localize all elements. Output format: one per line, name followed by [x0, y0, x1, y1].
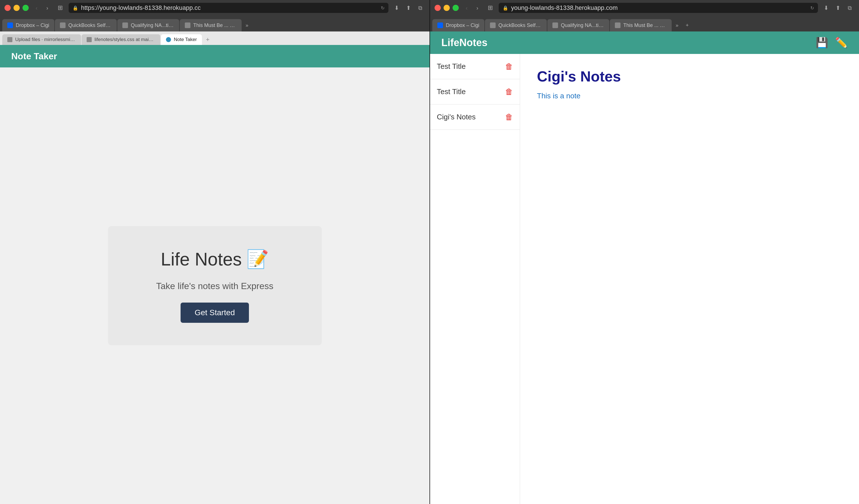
left-subtab-styles[interactable]: lifenotes/styles.css at main · mirr... — [81, 34, 160, 45]
right-back-button[interactable]: ‹ — [462, 3, 471, 12]
left-app-content: Note Taker Life Notes 📝 Take life's note… — [0, 45, 430, 504]
left-tab-quickbooks[interactable]: QuickBooks Self-Employed — [55, 19, 117, 31]
right-app-brand: LifeNotes — [441, 37, 816, 49]
left-tab-dropbox[interactable]: Dropbox – Cigi — [2, 19, 54, 31]
left-tab-favicon-quickbooks — [60, 22, 65, 28]
right-sidebar-toggle[interactable]: ⊞ — [485, 3, 495, 13]
notes-sidebar: Test Title 🗑 Test Title 🗑 Cigi's Notes 🗑 — [430, 54, 520, 504]
left-subtab-label-styles: lifenotes/styles.css at main · mirr... — [94, 37, 155, 43]
right-tab-bar: Dropbox – Cigi QuickBooks Self-Employed … — [430, 16, 859, 31]
note-delete-button-3[interactable]: 🗑 — [505, 112, 513, 122]
left-minimize-button[interactable] — [14, 5, 20, 11]
right-app-content: LifeNotes 💾 ✏️ Test Title 🗑 Test Title 🗑 — [430, 31, 859, 504]
left-url-text: https://young-lowlands-81338.herokuapp.c… — [81, 4, 378, 12]
note-delete-button-2[interactable]: 🗑 — [505, 87, 513, 96]
left-tab-more[interactable]: » — [242, 19, 252, 31]
left-nav-buttons: ‹ › — [32, 3, 52, 12]
right-minimize-button[interactable] — [443, 5, 450, 11]
right-lock-icon: 🔒 — [503, 5, 508, 11]
left-app-body: Life Notes 📝 Take life's notes with Expr… — [0, 67, 430, 504]
note-delete-button-1[interactable]: 🗑 — [505, 62, 513, 71]
left-tab-label-quickbooks: QuickBooks Self-Employed — [69, 22, 112, 28]
left-subtab-favicon-upload — [7, 37, 12, 42]
left-tab-qualifying[interactable]: Qualifying NA...ting program — [117, 19, 179, 31]
left-app-title: Note Taker — [11, 51, 57, 62]
right-tab-dropbox[interactable]: Dropbox – Cigi — [432, 19, 484, 31]
right-url-text: young-lowlands-81338.herokuapp.com — [511, 4, 808, 12]
left-subtab-upload[interactable]: Upload files · mirrorlessmind/lifenot... — [2, 34, 81, 45]
right-tab-add[interactable]: + — [682, 19, 692, 31]
right-header-actions: 💾 ✏️ — [816, 37, 848, 49]
right-tab-favicon-mustbe — [615, 22, 620, 28]
left-window-icon[interactable]: ⧉ — [416, 3, 425, 13]
right-tab-favicon-quickbooks — [490, 22, 496, 28]
note-item-title-2: Test Title — [437, 88, 466, 96]
left-tab-label-qualifying: Qualifying NA...ting program — [131, 22, 174, 28]
left-toolbar-icons: ⬇ ⬆ ⧉ — [392, 3, 425, 13]
note-view-body: This is a note — [537, 92, 842, 100]
right-share-icon[interactable]: ⬆ — [833, 3, 843, 13]
left-subtab-label-upload: Upload files · mirrorlessmind/lifenot... — [15, 37, 76, 43]
right-tab-favicon-dropbox — [437, 22, 443, 28]
note-item-2[interactable]: Test Title 🗑 — [430, 79, 520, 105]
left-subtab-favicon-notetaker — [166, 37, 171, 42]
left-app-header: Note Taker — [0, 45, 430, 67]
left-subtab-bar: Upload files · mirrorlessmind/lifenot...… — [0, 31, 430, 45]
note-view-title: Cigi's Notes — [537, 68, 842, 85]
left-lock-icon: 🔒 — [73, 5, 78, 11]
left-sidebar-toggle[interactable]: ⊞ — [55, 3, 65, 13]
right-tab-qualifying[interactable]: Qualifying NA...ting program — [547, 19, 609, 31]
left-tab-favicon-mustbe — [185, 22, 191, 28]
right-tab-quickbooks[interactable]: QuickBooks Self-Employed — [485, 19, 547, 31]
note-content-area: Cigi's Notes This is a note — [520, 54, 859, 504]
left-traffic-lights — [4, 5, 29, 11]
hero-card: Life Notes 📝 Take life's notes with Expr… — [108, 226, 322, 345]
right-extensions-icon[interactable]: ⬇ — [821, 3, 831, 13]
left-download-icon[interactable]: ⬇ — [392, 3, 401, 13]
left-subtab-favicon-styles — [87, 37, 92, 42]
note-item-title-3: Cigi's Notes — [437, 113, 476, 121]
right-refresh-icon[interactable]: ↻ — [810, 5, 814, 11]
right-app-header: LifeNotes 💾 ✏️ — [430, 31, 859, 54]
left-subtab-add[interactable]: + — [202, 34, 213, 45]
left-tab-label-dropbox: Dropbox – Cigi — [16, 22, 49, 28]
right-maximize-button[interactable] — [453, 5, 459, 11]
hero-title-text: Life Notes — [161, 249, 242, 270]
left-tab-label-mustbe: This Must Be ... Loot Rentals — [193, 22, 237, 28]
left-tab-bar: Dropbox – Cigi QuickBooks Self-Employed … — [0, 16, 430, 31]
right-tab-more[interactable]: » — [672, 19, 682, 31]
edit-note-button[interactable]: ✏️ — [835, 37, 848, 49]
left-refresh-icon[interactable]: ↻ — [381, 5, 385, 11]
left-tab-mustbe[interactable]: This Must Be ... Loot Rentals — [180, 19, 242, 31]
right-tab-favicon-qualifying — [553, 22, 558, 28]
right-app-body: Test Title 🗑 Test Title 🗑 Cigi's Notes 🗑… — [430, 54, 859, 504]
right-nav-buttons: ‹ › — [462, 3, 482, 12]
left-tab-favicon-dropbox — [7, 22, 13, 28]
right-traffic-lights — [435, 5, 459, 11]
left-forward-button[interactable]: › — [43, 3, 52, 12]
right-window-icon[interactable]: ⧉ — [845, 3, 855, 13]
left-close-button[interactable] — [4, 5, 11, 11]
right-tab-mustbe[interactable]: This Must Be ... Loot Rentals — [610, 19, 672, 31]
right-forward-button[interactable]: › — [473, 3, 482, 12]
left-subtab-notetaker[interactable]: Note Taker — [161, 34, 202, 45]
left-url-bar[interactable]: 🔒 https://young-lowlands-81338.herokuapp… — [69, 3, 389, 13]
left-tab-favicon-qualifying — [122, 22, 128, 28]
left-back-button[interactable]: ‹ — [32, 3, 41, 12]
right-close-button[interactable] — [435, 5, 441, 11]
left-share-icon[interactable]: ⬆ — [404, 3, 413, 13]
right-toolbar-icons: ⬇ ⬆ ⧉ — [821, 3, 855, 13]
left-maximize-button[interactable] — [22, 5, 29, 11]
hero-subtitle: Take life's notes with Express — [156, 281, 273, 291]
right-tab-label-qualifying: Qualifying NA...ting program — [561, 22, 604, 28]
right-tab-label-mustbe: This Must Be ... Loot Rentals — [623, 22, 667, 28]
save-note-button[interactable]: 💾 — [816, 37, 828, 49]
hero-title: Life Notes 📝 — [161, 249, 269, 270]
right-url-bar[interactable]: 🔒 young-lowlands-81338.herokuapp.com ↻ — [499, 3, 818, 13]
get-started-button[interactable]: Get Started — [181, 302, 249, 323]
left-subtab-label-notetaker: Note Taker — [174, 37, 197, 43]
right-tab-label-quickbooks: QuickBooks Self-Employed — [498, 22, 542, 28]
note-item-1[interactable]: Test Title 🗑 — [430, 54, 520, 79]
right-tab-label-dropbox: Dropbox – Cigi — [446, 22, 479, 28]
note-item-3[interactable]: Cigi's Notes 🗑 — [430, 105, 520, 130]
